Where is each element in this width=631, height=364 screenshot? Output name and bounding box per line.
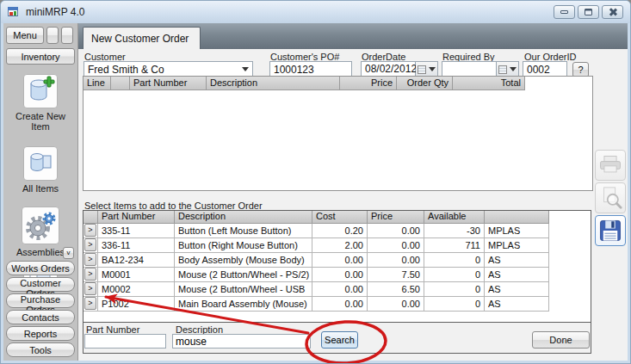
nav-reports-button[interactable]: Reports [6, 326, 75, 341]
calendar-icon [418, 65, 426, 74]
cell-cost: 0.00 [312, 297, 368, 312]
order-form: Customer Customer's PO# OrderDate Requir… [78, 49, 628, 361]
magnifier-icon [598, 186, 622, 210]
cell-description: Button (Right Mouse Button) [175, 238, 312, 253]
cylinder-plus-icon [25, 76, 56, 107]
cell-price: 0.00 [368, 224, 424, 238]
cell-type: AS [485, 253, 549, 268]
customer-value: Fred Smith & Co [88, 64, 242, 76]
chevron-down-icon [510, 67, 517, 71]
cell-type: MPLAS [485, 224, 549, 238]
col-order-qty: Order Qty [397, 77, 453, 90]
floppy-disk-icon [598, 219, 622, 243]
row-select-button[interactable]: > [84, 297, 96, 310]
chevron-down-icon [242, 67, 249, 71]
minimize-button[interactable] [554, 5, 575, 19]
title-bar: miniMRP 4.0 [1, 1, 630, 23]
cell-cost: 2.00 [312, 238, 368, 253]
cell-description: Button (Left Mouse Button) [175, 224, 312, 238]
app-icon [8, 6, 20, 18]
row-select-button[interactable]: > [84, 268, 96, 281]
cell-cost: 0.00 [312, 282, 368, 297]
col-description: Description [207, 77, 340, 90]
pcol-selector [84, 211, 98, 224]
pcol-part-number: Part Number [98, 211, 175, 224]
save-button[interactable] [595, 215, 626, 246]
maximize-icon [585, 9, 592, 15]
cell-type: AS [485, 297, 549, 312]
menu-button[interactable]: Menu [6, 27, 44, 44]
cell-type: AS [485, 282, 549, 297]
search-strip: Part Number Description Search Done [84, 323, 591, 354]
cell-part-number: M0001 [98, 268, 175, 282]
print-button[interactable] [595, 150, 626, 181]
cell-description: Main Board Assembly (Mouse) [175, 297, 312, 312]
window-title: miniMRP 4.0 [26, 6, 84, 18]
table-row[interactable]: > M0001 Mouse (2 Button/Wheel - PS/2) 0.… [84, 268, 591, 282]
row-select-button[interactable]: > [84, 238, 96, 251]
cell-available: 0 [424, 297, 485, 312]
nav-contacts-button[interactable]: Contacts [6, 310, 75, 324]
nav-works-orders-button[interactable]: Works Orders [6, 261, 75, 275]
all-items-button[interactable] [23, 146, 58, 181]
tab-new-customer-order[interactable]: New Customer Order [83, 27, 201, 49]
printer-icon [597, 154, 623, 176]
row-select-button[interactable]: > [84, 253, 96, 266]
cell-type: MPLAS [485, 238, 549, 253]
cell-available: 0 [424, 253, 485, 268]
cell-cost: 0.20 [312, 224, 368, 238]
cell-part-number: 336-11 [98, 238, 175, 253]
gears-icon [24, 209, 57, 242]
sidebar-mini-button-2[interactable] [61, 27, 73, 44]
table-row[interactable]: > P1002 Main Board Assembly (Mouse) 0.00… [84, 297, 591, 312]
table-row[interactable]: > M0002 Mouse (2 Button/Wheel - USB 0.00… [84, 282, 591, 297]
col-blank [111, 77, 130, 90]
cell-cost: 0.00 [312, 253, 368, 268]
cell-part-number: BA12-234 [98, 253, 175, 268]
picker-panel: Part Number Description Cost Price Avail… [83, 210, 591, 354]
maximize-button[interactable] [578, 5, 599, 19]
cell-available: 711 [424, 238, 485, 253]
table-row[interactable]: > 335-11 Button (Left Mouse Button) 0.20… [84, 224, 591, 238]
nav-tools-button[interactable]: Tools [6, 342, 75, 357]
assemblies-label: Assemblies [13, 247, 68, 257]
picker-grid-header: Part Number Description Cost Price Avail… [84, 211, 591, 224]
row-select-button[interactable]: > [84, 224, 96, 237]
search-part-number-input[interactable] [84, 334, 166, 349]
cell-cost: 0.00 [312, 268, 368, 282]
inventory-button[interactable]: Inventory [6, 48, 75, 65]
pcol-description: Description [175, 211, 312, 224]
tab-strip: New Customer Order [78, 23, 628, 49]
row-select-button[interactable]: > [84, 282, 96, 295]
col-price: Price [340, 77, 397, 90]
cell-description: Mouse (2 Button/Wheel - USB [175, 282, 312, 297]
cell-available: -30 [424, 224, 485, 238]
calendar-icon [498, 65, 507, 74]
search-description-input[interactable] [172, 334, 311, 349]
cell-price: 0.00 [368, 253, 424, 268]
done-button[interactable]: Done [532, 331, 590, 349]
pcol-cost: Cost [312, 211, 368, 224]
print-preview-button[interactable] [595, 182, 626, 213]
assemblies-button[interactable] [22, 207, 59, 244]
cell-part-number: M0002 [98, 282, 175, 297]
cell-available: 0 [424, 268, 485, 282]
search-button[interactable]: Search [321, 331, 358, 349]
table-row[interactable]: > 336-11 Button (Right Mouse Button) 2.0… [84, 238, 591, 253]
pcol-type [485, 211, 549, 224]
table-row[interactable]: > BA12-234 Body Assembly (Mouse Body) 0.… [84, 253, 591, 268]
nav-customer-orders-button[interactable]: Customer Orders [6, 277, 75, 292]
sidebar-mini-button-1[interactable] [46, 27, 59, 44]
scroll-more-button[interactable]: v [63, 247, 74, 259]
cylinder-box-icon [26, 149, 55, 178]
minimize-icon [560, 10, 568, 14]
cell-description: Body Assembly (Mouse Body) [175, 253, 312, 268]
pcol-price: Price [368, 211, 424, 224]
cell-price: 6.50 [368, 282, 424, 297]
create-new-item-label: Create New Item [13, 111, 68, 132]
cell-type: AS [485, 268, 549, 282]
create-new-item-button[interactable] [23, 74, 58, 108]
close-button[interactable] [602, 5, 623, 19]
col-part-number: Part Number [130, 77, 207, 90]
nav-purchase-orders-button[interactable]: Purchase Orders [6, 293, 75, 308]
